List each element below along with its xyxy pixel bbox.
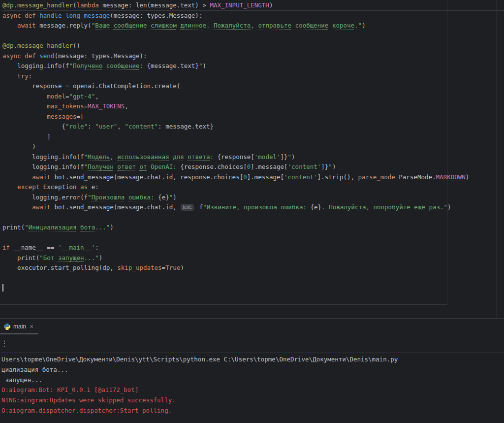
code-line: executor.start_polling(dp, skip_updates=… bbox=[2, 263, 504, 273]
code-line: logging.info(f"Получено сообщение: {mess… bbox=[2, 61, 504, 71]
console-line: O:aiogram.dispatcher.dispatcher:Start po… bbox=[1, 406, 504, 416]
more-options-icon[interactable]: ⋮ bbox=[0, 340, 8, 348]
code-line: messages=[ bbox=[2, 112, 504, 122]
code-line: except Exception as e: bbox=[2, 182, 504, 193]
right-margin-guide bbox=[447, 0, 447, 304]
code-line bbox=[2, 213, 504, 223]
close-icon[interactable]: × bbox=[30, 323, 33, 330]
python-icon bbox=[3, 323, 11, 330]
run-tool-window: main × ⋮ Users\topme\OneDrive\Документи\… bbox=[0, 318, 504, 423]
code-line bbox=[2, 283, 504, 293]
code-line: max_tokens=MAX_TOKENS, bbox=[2, 101, 504, 112]
console-line: циализация бота... bbox=[1, 365, 504, 375]
code-line: ] bbox=[2, 132, 504, 142]
code-line bbox=[2, 233, 504, 243]
code-line bbox=[2, 273, 504, 284]
run-tab-bar: main × bbox=[0, 319, 504, 334]
code-line: try: bbox=[2, 71, 504, 82]
code-line: await bot.send_message(message.chat.id, … bbox=[2, 172, 504, 183]
code-line: async def handle_long_message(message: t… bbox=[2, 11, 504, 21]
code-line: logging.info(f"Модель, использованная дл… bbox=[2, 152, 504, 163]
console-output[interactable]: Users\topme\OneDrive\Документи\Denis\ytt… bbox=[0, 353, 504, 416]
code-line: logging.info(f"Получен ответ от OpenAI: … bbox=[2, 162, 504, 172]
code-line: await bot.send_message(message.chat.id, … bbox=[2, 202, 504, 213]
code-line: response = openai.ChatCompletion.create( bbox=[2, 81, 504, 92]
tab-main[interactable]: main × bbox=[0, 319, 38, 334]
code-line: logging.error(f"Произошла ошибка: {e}") bbox=[2, 193, 504, 203]
console-line: Users\topme\OneDrive\Документи\Denis\ytt… bbox=[1, 355, 504, 365]
code-line: await message.reply("Ваше сообщение слиш… bbox=[2, 21, 504, 31]
editor-scrollbar-track[interactable] bbox=[496, 0, 497, 318]
code-line: if __name__ == '__main__': bbox=[2, 243, 504, 253]
console-line: запущен... bbox=[1, 375, 504, 386]
console-toolbar: ⋮ bbox=[0, 334, 504, 353]
tab-label: main bbox=[13, 323, 26, 330]
code-line: @dp.message_handler() bbox=[2, 41, 504, 51]
code-lines: @dp.message_handler(lambda message: len(… bbox=[2, 0, 504, 303]
code-line: model="gpt-4", bbox=[2, 92, 504, 102]
code-line: async def send(message: types.Message): bbox=[2, 51, 504, 62]
code-line bbox=[2, 31, 504, 41]
code-line: @dp.message_handler(lambda message: len(… bbox=[2, 0, 504, 11]
code-line: ) bbox=[2, 142, 504, 152]
pycharm-window: @dp.message_handler(lambda message: len(… bbox=[0, 0, 504, 423]
code-line bbox=[2, 293, 504, 304]
code-line: print("Бот запущен...") bbox=[2, 253, 504, 263]
editor-bottom-divider bbox=[0, 304, 447, 305]
code-line: print("Инициализация бота...") bbox=[2, 223, 504, 233]
parameter-hint-inlay: text: bbox=[181, 204, 194, 211]
text-caret bbox=[2, 284, 3, 292]
console-line: NING:aiogram:Updates were skipped succes… bbox=[1, 395, 504, 406]
console-line: O:aiogram:Bot: KPI_0.0.1 [@ai172_bot] bbox=[1, 385, 504, 395]
code-line: {"role": "user", "content": message.text… bbox=[2, 122, 504, 132]
code-editor[interactable]: @dp.message_handler(lambda message: len(… bbox=[0, 0, 504, 318]
